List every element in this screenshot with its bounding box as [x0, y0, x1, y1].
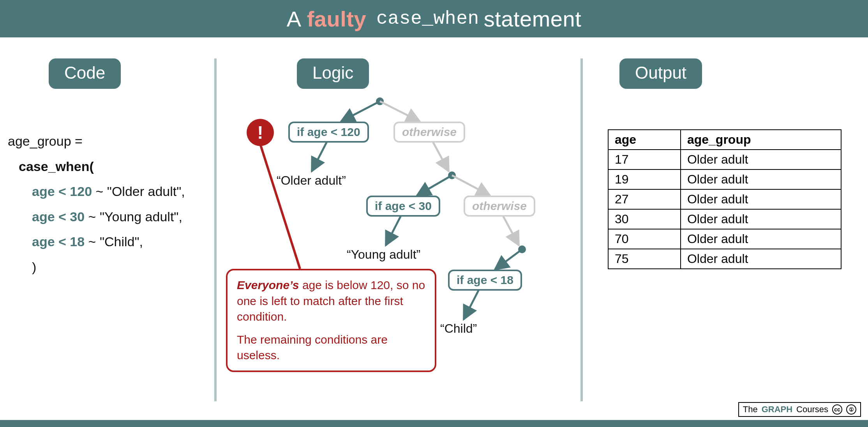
- divider-1: [214, 58, 217, 401]
- output-table: age age_group 17Older adult 19Older adul…: [608, 129, 842, 269]
- cell-group: Older adult: [681, 150, 841, 169]
- logic-cond-2: if age < 30: [366, 196, 440, 217]
- logic-otherwise-1: otherwise: [393, 122, 465, 143]
- cell-age: 30: [608, 209, 681, 229]
- code-cond-0: age < 120: [32, 184, 92, 199]
- cell-age: 75: [608, 249, 681, 269]
- cell-group: Older adult: [681, 189, 841, 209]
- code-tilde-0: ~: [92, 184, 107, 199]
- attr-graph: GRAPH: [762, 404, 792, 415]
- code-arm-0: age < 120 ~ "Older adult",: [32, 179, 199, 204]
- code-value-1: "Young adult",: [100, 209, 182, 224]
- code-tilde-2: ~: [85, 234, 100, 249]
- section-pill-output: Output: [619, 58, 702, 89]
- logic-diagram: ! if age < 120 otherwise “Older adult” i…: [230, 94, 569, 397]
- title-bar: A faulty case_when statement: [0, 0, 868, 37]
- logic-leaf-3: “Child”: [440, 321, 477, 336]
- cell-age: 27: [608, 189, 681, 209]
- callout-line-2: The remaining conditions are useless.: [237, 332, 425, 363]
- svg-line-8: [386, 215, 401, 245]
- by-icon: ①: [846, 404, 856, 415]
- svg-line-7: [452, 175, 490, 196]
- callout-em: Everyone’s: [237, 279, 299, 291]
- code-block: age_group = case_when( age < 120 ~ "Olde…: [8, 129, 199, 280]
- attribution: The GRAPH Courses cc ①: [738, 402, 861, 417]
- logic-leaf-1: “Older adult”: [277, 173, 346, 188]
- divider-2: [580, 58, 583, 401]
- svg-line-10: [503, 215, 519, 245]
- cell-age: 19: [608, 169, 681, 189]
- table-header-row: age age_group: [608, 130, 841, 150]
- cell-age: 17: [608, 150, 681, 169]
- table-row: 27Older adult: [608, 189, 841, 209]
- code-assign: age_group =: [8, 129, 199, 154]
- logic-leaf-2: “Young adult”: [347, 247, 420, 262]
- cell-group: Older adult: [681, 169, 841, 189]
- code-fn: case_when(: [19, 154, 199, 179]
- th-age-group: age_group: [681, 130, 841, 150]
- code-cond-1: age < 30: [32, 209, 85, 224]
- code-arm-2: age < 18 ~ "Child",: [32, 229, 199, 254]
- cc-icon: cc: [832, 404, 842, 415]
- logic-cond-3: if age < 18: [448, 270, 522, 291]
- callout-line-1: Everyone’s age is below 120, so no one i…: [237, 277, 425, 325]
- table-row: 30Older adult: [608, 209, 841, 229]
- code-cond-2: age < 18: [32, 234, 85, 249]
- logic-cond-1: if age < 120: [288, 122, 369, 143]
- code-tilde-1: ~: [85, 209, 100, 224]
- title-faulty: faulty: [307, 6, 366, 32]
- title-post: statement: [484, 6, 581, 32]
- attr-pre: The: [743, 404, 758, 415]
- section-pill-code: Code: [49, 58, 121, 89]
- svg-line-11: [495, 249, 522, 270]
- bottom-bar: [0, 420, 868, 427]
- warning-icon: !: [247, 119, 274, 146]
- cell-age: 70: [608, 229, 681, 249]
- title-cw: case_when: [376, 8, 479, 29]
- svg-line-6: [417, 175, 452, 196]
- svg-line-13: [260, 144, 300, 269]
- table-row: 17Older adult: [608, 150, 841, 169]
- logic-otherwise-2: otherwise: [464, 196, 535, 217]
- cell-group: Older adult: [681, 209, 841, 229]
- code-arm-1: age < 30 ~ "Young adult",: [32, 204, 199, 229]
- cell-group: Older adult: [681, 249, 841, 269]
- cell-group: Older adult: [681, 229, 841, 249]
- svg-line-3: [312, 141, 327, 171]
- svg-line-2: [380, 101, 420, 122]
- table-row: 70Older adult: [608, 229, 841, 249]
- warning-callout: Everyone’s age is below 120, so no one i…: [226, 269, 436, 372]
- th-age: age: [608, 130, 681, 150]
- callout-spacer: [237, 325, 425, 332]
- svg-line-1: [341, 101, 380, 122]
- svg-line-12: [464, 289, 479, 319]
- svg-line-5: [432, 141, 449, 171]
- code-value-0: "Older adult",: [107, 184, 185, 199]
- attr-post: Courses: [796, 404, 828, 415]
- code-value-2: "Child",: [100, 234, 143, 249]
- table-row: 19Older adult: [608, 169, 841, 189]
- title-pre: A: [287, 6, 302, 32]
- code-close: ): [32, 254, 199, 280]
- table-row: 75Older adult: [608, 249, 841, 269]
- section-pill-logic: Logic: [297, 58, 369, 89]
